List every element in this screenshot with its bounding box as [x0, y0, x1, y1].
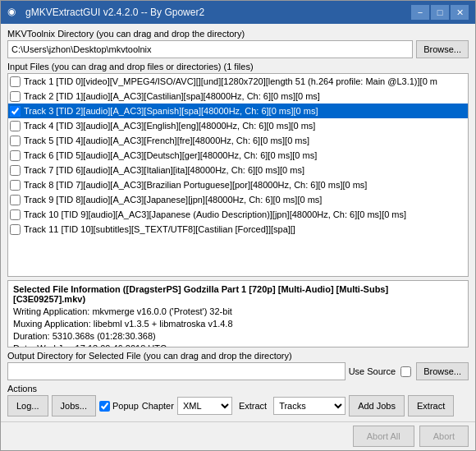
- track-checkbox[interactable]: [10, 195, 21, 205]
- output-dir-label: Output Directory for Selected File (you …: [7, 351, 469, 361]
- file-item[interactable]: Track 8 [TID 7][audio][A_AC3][Brazilian …: [8, 177, 468, 192]
- track-checkbox[interactable]: [10, 180, 21, 191]
- bottom-bar: Abort All Abort: [1, 421, 475, 450]
- track-label: Track 7 [TID 6][audio][A_AC3][Italian][i…: [24, 163, 304, 177]
- output-dir-section: Output Directory for Selected File (you …: [7, 351, 469, 380]
- file-item[interactable]: Track 6 [TID 5][audio][A_AC3][Deutsch][g…: [8, 148, 468, 163]
- popup-checkbox[interactable]: [99, 401, 110, 412]
- file-item[interactable]: Track 5 [TID 4][audio][A_AC3][French][fr…: [8, 133, 468, 148]
- output-browse-button[interactable]: Browse...: [416, 362, 469, 380]
- popup-row: Popup: [99, 401, 139, 412]
- use-source-checkbox[interactable]: [400, 366, 411, 377]
- track-checkbox[interactable]: [10, 150, 21, 161]
- track-checkbox[interactable]: [10, 76, 21, 87]
- title-buttons: − □ ✕: [411, 5, 469, 20]
- actions-label: Actions: [7, 384, 469, 393]
- title-bar-left: ◉ gMKVExtractGUI v2.4.2.0 -- By Gpower2: [7, 6, 204, 19]
- output-dir-row: Use Source Browse...: [7, 362, 469, 380]
- mkvtoolnix-label: MKVToolnix Directory (you can drag and d…: [7, 29, 469, 39]
- info-line: Muxing Application: libebml v1.3.5 + lib…: [13, 318, 463, 330]
- track-checkbox[interactable]: [10, 121, 21, 131]
- extract-button[interactable]: Extract: [408, 395, 454, 416]
- track-label: Track 1 [TID 0][video][V_MPEG4/ISO/AVC][…: [24, 75, 437, 88]
- log-button[interactable]: Log...: [7, 395, 48, 416]
- track-label: Track 3 [TID 2][audio][A_AC3][Spanish][s…: [24, 104, 318, 117]
- window-title: gMKVExtractGUI v2.4.2.0 -- By Gpower2: [25, 7, 204, 18]
- track-checkbox[interactable]: [10, 106, 21, 117]
- actions-section: Actions Log... Jobs... Popup Chapter XML…: [7, 384, 469, 416]
- main-window: ◉ gMKVExtractGUI v2.4.2.0 -- By Gpower2 …: [0, 0, 476, 451]
- track-label: Track 4 [TID 3][audio][A_AC3][English][e…: [24, 119, 315, 132]
- track-checkbox[interactable]: [10, 209, 21, 220]
- close-button[interactable]: ✕: [451, 5, 469, 20]
- add-jobs-button[interactable]: Add Jobs: [349, 395, 405, 416]
- app-icon: ◉: [7, 6, 21, 19]
- track-checkbox[interactable]: [10, 165, 21, 176]
- abort-button[interactable]: Abort: [419, 426, 469, 447]
- track-label: Track 8 [TID 7][audio][A_AC3][Brazilian …: [24, 178, 367, 191]
- file-item[interactable]: Track 2 [TID 1][audio][A_AC3][Castilian]…: [8, 89, 468, 104]
- file-item[interactable]: Track 10 [TID 9][audio][A_AC3][Japanese …: [8, 207, 468, 222]
- mkvtoolnix-input[interactable]: [7, 40, 413, 58]
- file-item[interactable]: Track 7 [TID 6][audio][A_AC3][Italian][i…: [8, 163, 468, 177]
- input-files-section: Input Files (you can drag and drop files…: [7, 62, 469, 277]
- track-label: Track 10 [TID 9][audio][A_AC3][Japanese …: [24, 208, 406, 221]
- track-label: Track 5 [TID 4][audio][A_AC3][French][fr…: [24, 134, 309, 147]
- extract-mode-select[interactable]: TracksTagsAttachmentsCuesTimestamps: [273, 397, 346, 415]
- file-item[interactable]: Track 3 [TID 2][audio][A_AC3][Spanish][s…: [8, 104, 468, 118]
- files-list[interactable]: Track 1 [TID 0][video][V_MPEG4/ISO/AVC][…: [7, 73, 469, 277]
- track-checkbox[interactable]: [10, 224, 21, 235]
- input-files-label: Input Files (you can drag and drop files…: [7, 62, 469, 71]
- minimize-button[interactable]: −: [411, 5, 429, 20]
- track-checkbox[interactable]: [10, 91, 21, 102]
- chapter-format-select[interactable]: XMLOGMSIMPLE: [177, 397, 232, 415]
- mkvtoolnix-section: MKVToolnix Directory (you can drag and d…: [7, 29, 469, 58]
- track-label: Track 2 [TID 1][audio][A_AC3][Castilian]…: [24, 90, 320, 103]
- track-label: Track 11 [TID 10][subtitles][S_TEXT/UTF8…: [24, 223, 295, 236]
- info-line: Date: Wed Jan 17 13:00:46 2018 UTC: [13, 343, 463, 347]
- info-box: Selected File Information ([DragsterPS] …: [7, 280, 469, 347]
- track-label: Track 6 [TID 5][audio][A_AC3][Deutsch][g…: [24, 149, 317, 162]
- use-source-label: Use Source: [349, 366, 396, 376]
- maximize-button[interactable]: □: [431, 5, 449, 20]
- file-item[interactable]: Track 11 [TID 10][subtitles][S_TEXT/UTF8…: [8, 222, 468, 237]
- mkvtoolnix-browse-button[interactable]: Browse...: [416, 40, 469, 58]
- track-checkbox[interactable]: [10, 136, 21, 146]
- info-title: Selected File Information ([DragsterPS] …: [13, 284, 463, 304]
- main-content: MKVToolnix Directory (you can drag and d…: [1, 24, 475, 421]
- chapter-label: Chapter: [142, 401, 174, 411]
- output-dir-input[interactable]: [7, 362, 346, 380]
- file-item[interactable]: Track 9 [TID 8][audio][A_AC3][Japanese][…: [8, 192, 468, 207]
- extract-label-btn: Extract: [236, 395, 270, 416]
- title-bar: ◉ gMKVExtractGUI v2.4.2.0 -- By Gpower2 …: [1, 1, 475, 24]
- popup-label: Popup: [112, 401, 139, 411]
- info-line: Duration: 5310.368s (01:28:30.368): [13, 330, 463, 343]
- mkvtoolnix-row: Browse...: [7, 40, 469, 58]
- track-label: Track 9 [TID 8][audio][A_AC3][Japanese][…: [24, 193, 322, 206]
- jobs-button[interactable]: Jobs...: [52, 395, 96, 416]
- info-line: Writing Application: mkvmerge v16.0.0 ('…: [13, 306, 463, 318]
- file-item[interactable]: Track 4 [TID 3][audio][A_AC3][English][e…: [8, 118, 468, 133]
- actions-row: Log... Jobs... Popup Chapter XMLOGMSIMPL…: [7, 395, 469, 416]
- info-lines: Writing Application: mkvmerge v16.0.0 ('…: [13, 306, 463, 347]
- file-item[interactable]: Track 1 [TID 0][video][V_MPEG4/ISO/AVC][…: [8, 74, 468, 89]
- abort-all-button[interactable]: Abort All: [353, 426, 414, 447]
- selected-file-section: Selected File Information ([DragsterPS] …: [7, 280, 469, 347]
